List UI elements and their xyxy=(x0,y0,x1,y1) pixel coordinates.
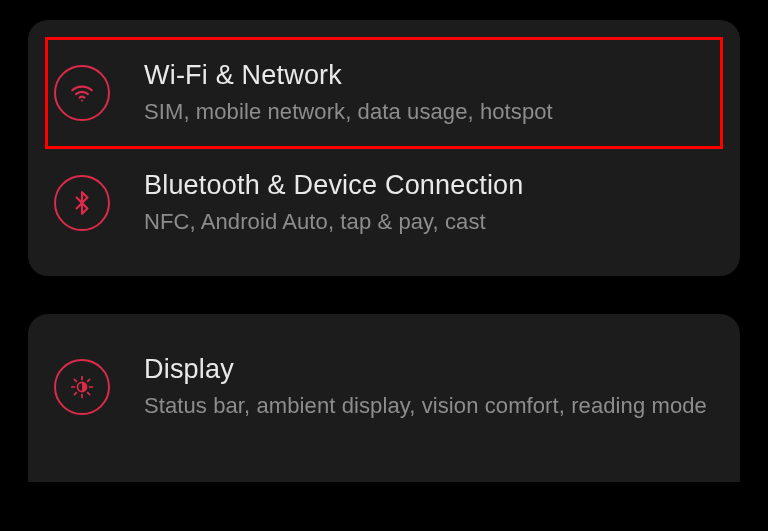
settings-group: Display Status bar, ambient display, vis… xyxy=(28,314,740,482)
settings-item-text: Bluetooth & Device Connection NFC, Andro… xyxy=(144,170,714,237)
settings-item-display[interactable]: Display Status bar, ambient display, vis… xyxy=(28,332,740,442)
settings-item-bluetooth[interactable]: Bluetooth & Device Connection NFC, Andro… xyxy=(28,148,740,258)
svg-line-6 xyxy=(74,379,76,381)
settings-item-subtitle: Status bar, ambient display, vision comf… xyxy=(144,391,714,421)
settings-item-title: Wi-Fi & Network xyxy=(144,60,714,91)
svg-line-8 xyxy=(74,393,76,395)
settings-item-text: Display Status bar, ambient display, vis… xyxy=(144,354,714,421)
settings-item-subtitle: SIM, mobile network, data usage, hotspot xyxy=(144,97,714,127)
bluetooth-icon xyxy=(54,175,110,231)
settings-group: Wi-Fi & Network SIM, mobile network, dat… xyxy=(28,20,740,276)
settings-item-wifi-network[interactable]: Wi-Fi & Network SIM, mobile network, dat… xyxy=(46,38,722,148)
settings-item-title: Display xyxy=(144,354,714,385)
settings-item-text: Wi-Fi & Network SIM, mobile network, dat… xyxy=(144,60,714,127)
settings-page: Wi-Fi & Network SIM, mobile network, dat… xyxy=(0,0,768,482)
svg-line-9 xyxy=(88,379,90,381)
svg-line-7 xyxy=(88,393,90,395)
settings-item-title: Bluetooth & Device Connection xyxy=(144,170,714,201)
svg-point-0 xyxy=(81,100,83,102)
display-icon xyxy=(54,359,110,415)
settings-item-subtitle: NFC, Android Auto, tap & pay, cast xyxy=(144,207,714,237)
wifi-icon xyxy=(54,65,110,121)
